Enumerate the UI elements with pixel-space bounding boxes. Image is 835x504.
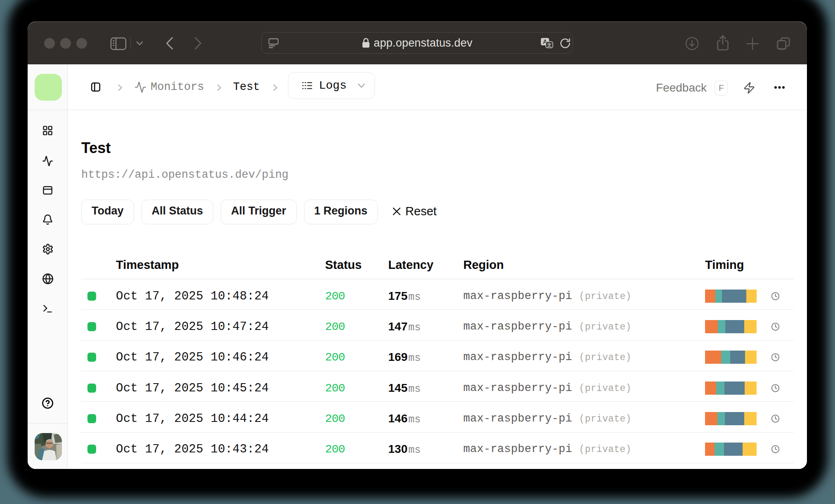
svg-text:文: 文 <box>547 42 552 47</box>
